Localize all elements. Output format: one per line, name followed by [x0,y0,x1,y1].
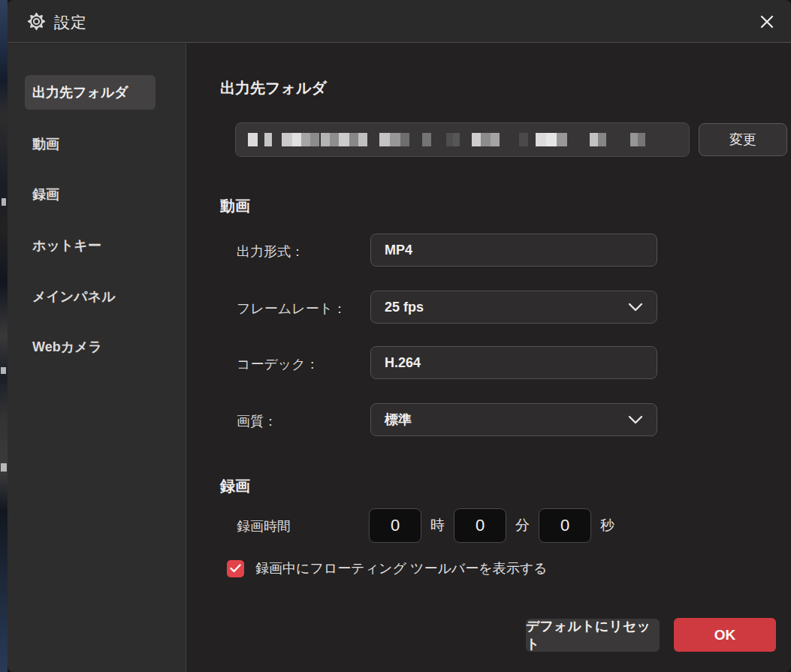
hours-input[interactable]: 0 [369,508,421,543]
output-folder-heading: 出力先フォルダ [220,78,327,98]
chevron-down-icon [628,415,643,424]
ok-button[interactable]: OK [674,618,776,652]
quality-label: 画質： [237,412,277,430]
background-app-strip [0,0,8,672]
settings-dialog: 設定 出力先フォルダ 動画 録画 ホットキー メインパネル Webカメラ 出力先… [8,0,791,672]
hours-unit-label: 時 [429,516,446,535]
seconds-input[interactable]: 0 [539,508,591,543]
recording-duration-label: 録画時間 [237,517,291,535]
sidebar-item-main-panel[interactable]: メインパネル [25,279,155,314]
sidebar-item-hotkeys[interactable]: ホットキー [25,228,155,263]
settings-window: 設定 出力先フォルダ 動画 録画 ホットキー メインパネル Webカメラ 出力先… [0,0,791,672]
quality-value: 標準 [385,411,412,429]
settings-sidebar: 出力先フォルダ 動画 録画 ホットキー メインパネル Webカメラ [8,44,186,672]
recording-heading: 録画 [220,476,250,496]
sidebar-item-output-folder[interactable]: 出力先フォルダ [25,75,155,110]
sidebar-item-video[interactable]: 動画 [25,127,155,161]
output-format-label: 出力形式： [237,243,304,261]
minutes-unit-label: 分 [514,516,531,535]
close-icon [759,14,775,30]
background-text-fragment [1,367,6,374]
frame-rate-label: フレームレート： [237,300,346,318]
sidebar-item-webcam[interactable]: Webカメラ [25,330,155,364]
dialog-title: 設定 [54,12,87,33]
codec-label: コーデック： [237,355,319,373]
recording-time-row: 0 時 0 分 0 秒 [369,508,616,543]
gear-icon [26,11,47,32]
settings-main-panel: 出力先フォルダ 変更 動画 出力形式： MP4 フレームレート： 25 fps … [187,44,791,672]
codec-field[interactable]: H.264 [370,346,657,379]
close-button[interactable] [752,7,782,37]
output-format-value: MP4 [385,243,412,258]
dialog-titlebar: 設定 [8,0,791,43]
video-heading: 動画 [220,196,250,216]
seconds-unit-label: 秒 [599,516,616,535]
floating-toolbar-checkbox-label: 録画中にフローティング ツールバーを表示する [255,559,548,577]
redacted-path-text [248,133,645,146]
checkmark-icon [230,564,241,573]
quality-dropdown[interactable]: 標準 [370,403,657,436]
output-format-field[interactable]: MP4 [370,234,657,267]
change-folder-button[interactable]: 変更 [699,123,787,156]
sidebar-item-recording[interactable]: 録画 [25,177,155,212]
floating-toolbar-checkbox[interactable] [227,560,244,577]
chevron-down-icon [628,303,643,312]
output-path-field[interactable] [235,122,690,157]
minutes-input[interactable]: 0 [454,508,506,543]
background-text-fragment [1,463,7,472]
background-text-fragment [2,198,6,206]
floating-toolbar-checkbox-row[interactable]: 録画中にフローティング ツールバーを表示する [227,559,548,577]
reset-to-default-button[interactable]: デフォルトにリセット [526,619,660,652]
codec-value: H.264 [385,355,421,371]
frame-rate-value: 25 fps [385,300,424,315]
frame-rate-dropdown[interactable]: 25 fps [370,291,657,324]
